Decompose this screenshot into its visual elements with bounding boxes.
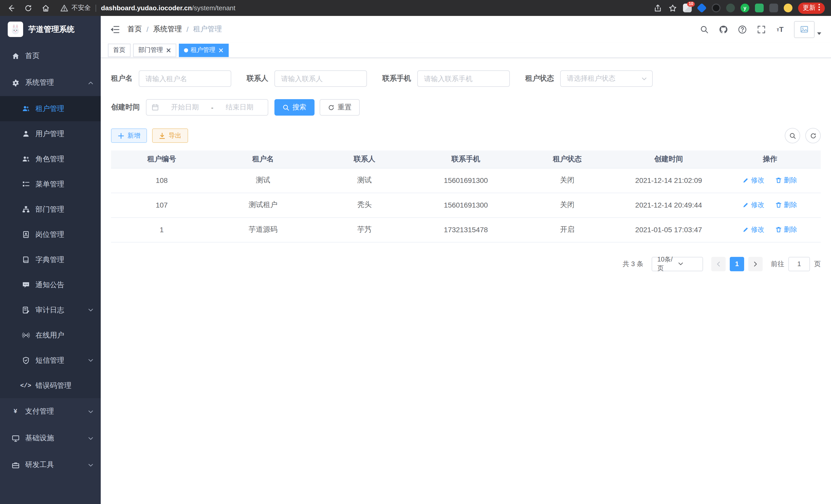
refresh-icon[interactable] <box>805 128 821 143</box>
add-button[interactable]: 新增 <box>111 128 147 143</box>
address-bar[interactable]: 不安全 dashboard.yudao.iocoder.cn/system/te… <box>58 3 653 12</box>
tab-dept[interactable]: 部门管理 <box>133 43 176 57</box>
prev-page-button[interactable] <box>711 257 726 271</box>
extension-puzzle-icon[interactable] <box>769 4 778 12</box>
sidebar-item-error-code[interactable]: </> 错误码管理 <box>0 373 101 398</box>
sidebar-item-user[interactable]: 用户管理 <box>0 121 101 146</box>
table-tool-icons <box>785 128 821 143</box>
breadcrumb-separator: / <box>187 25 189 33</box>
next-page-button[interactable] <box>748 257 763 271</box>
total-count: 共 3 条 <box>623 259 643 268</box>
kebab-menu-icon <box>818 4 820 12</box>
sidebar-item-dept[interactable]: 部门管理 <box>0 197 101 222</box>
breadcrumb-home[interactable]: 首页 <box>127 25 142 34</box>
header-actions: тT <box>699 21 822 38</box>
status-select[interactable]: 请选择租户状态 <box>560 70 653 87</box>
toolbox-icon <box>11 461 20 469</box>
sidebar-item-online-users[interactable]: 在线用户 <box>0 323 101 348</box>
delete-button[interactable]: 删除 <box>776 200 797 210</box>
cell-phone: 15601691300 <box>415 168 517 192</box>
browser-update-button[interactable]: 更新 <box>798 2 825 13</box>
sidebar-item-devtools[interactable]: 研发工具 <box>0 452 101 478</box>
sidebar-item-sms[interactable]: 短信管理 <box>0 348 101 373</box>
cell-status: 关闭 <box>516 168 618 192</box>
logo-image <box>8 22 23 37</box>
breadcrumb-system[interactable]: 系统管理 <box>153 25 182 34</box>
roles-icon <box>22 155 30 163</box>
export-button[interactable]: 导出 <box>152 128 188 143</box>
phone-input[interactable] <box>417 70 510 87</box>
sidebar-collapse-icon[interactable] <box>109 24 120 35</box>
delete-button[interactable]: 删除 <box>776 225 797 234</box>
audit-log-icon <box>22 306 30 314</box>
sidebar-item-post[interactable]: 岗位管理 <box>0 222 101 247</box>
cell-phone: 15601691300 <box>415 192 517 217</box>
edit-button[interactable]: 修改 <box>743 200 765 210</box>
tab-home[interactable]: 首页 <box>108 43 131 57</box>
reload-icon[interactable] <box>24 3 33 12</box>
help-icon[interactable] <box>737 24 747 34</box>
sidebar-item-notice[interactable]: 通知公告 <box>0 272 101 297</box>
sidebar-item-audit-log[interactable]: 审计日志 <box>0 297 101 323</box>
cell-contact: 秃头 <box>314 192 415 217</box>
code-icon: </> <box>22 382 30 390</box>
date-range-picker[interactable]: 开始日期 - 结束日期 <box>146 99 268 116</box>
close-icon[interactable] <box>218 47 224 53</box>
contact-input[interactable] <box>275 70 367 87</box>
close-icon[interactable] <box>166 47 171 53</box>
security-label: 不安全 <box>71 4 91 12</box>
search-icon[interactable] <box>699 24 709 34</box>
caret-down-icon <box>816 29 822 38</box>
github-icon[interactable] <box>718 24 728 34</box>
column-header-contact: 联系人 <box>314 151 415 168</box>
sidebar-item-menu[interactable]: 菜单管理 <box>0 172 101 197</box>
extension-icon[interactable] <box>726 4 735 12</box>
app-root: 不安全 dashboard.yudao.iocoder.cn/system/te… <box>0 0 831 504</box>
sidebar-item-system[interactable]: 系统管理 <box>0 69 101 96</box>
home-icon[interactable] <box>41 3 50 12</box>
bookmark-star-icon[interactable] <box>668 3 677 12</box>
back-icon[interactable] <box>6 3 16 12</box>
share-icon[interactable] <box>653 3 662 12</box>
extension-icon[interactable] <box>697 3 707 13</box>
tab-tenant[interactable]: 租户管理 <box>179 43 229 57</box>
table-row: 107 测试租户 秃头 15601691300 关闭 2021-12-14 20… <box>111 192 821 217</box>
delete-button[interactable]: 删除 <box>776 176 797 185</box>
extension-icon[interactable] <box>784 4 793 12</box>
system-submenu: 租户管理 用户管理 角色管理 菜单管理 <box>0 96 101 398</box>
goto-page-input[interactable] <box>789 257 810 271</box>
sidebar-item-tenant[interactable]: 租户管理 <box>0 96 101 121</box>
app-logo[interactable]: 芋道管理系统 <box>0 16 101 42</box>
sidebar-item-dict[interactable]: 字典管理 <box>0 247 101 272</box>
page-number-active[interactable]: 1 <box>730 257 744 271</box>
sidebar-item-role[interactable]: 角色管理 <box>0 146 101 172</box>
book-icon <box>22 256 30 264</box>
edit-button[interactable]: 修改 <box>743 225 765 234</box>
search-button[interactable]: 搜索 <box>275 99 315 116</box>
pagination: 共 3 条 10条/页 1 前往 页 <box>111 257 821 271</box>
user-icon <box>22 130 30 138</box>
url-text: dashboard.yudao.iocoder.cn/system/tenant <box>101 4 235 12</box>
sidebar-item-home[interactable]: 首页 <box>0 42 101 69</box>
filter-tenant-name: 租户名 <box>111 70 231 87</box>
extension-icon[interactable]: 10 <box>683 4 692 12</box>
reset-button[interactable]: 重置 <box>320 99 360 116</box>
page-content: 租户名 联系人 联系手机 租户状态 请选择租户状态 <box>101 58 831 504</box>
font-size-icon[interactable]: тT <box>775 24 785 34</box>
edit-button[interactable]: 修改 <box>743 176 765 185</box>
sidebar-item-payment[interactable]: ¥ 支付管理 <box>0 398 101 425</box>
extension-letter: y <box>743 5 746 11</box>
tenant-name-input[interactable] <box>139 70 231 87</box>
user-avatar-menu[interactable] <box>794 21 822 38</box>
fullscreen-icon[interactable] <box>756 24 766 34</box>
extension-icon[interactable]: y <box>741 4 749 12</box>
sidebar-item-infra[interactable]: 基础设施 <box>0 425 101 452</box>
extension-icon[interactable] <box>712 4 720 12</box>
toggle-search-icon[interactable] <box>785 128 800 143</box>
extension-icon[interactable] <box>755 4 764 12</box>
chevron-down-icon <box>87 462 93 468</box>
breadcrumb-separator: / <box>146 25 148 33</box>
page-size-select[interactable]: 10条/页 <box>652 257 703 271</box>
org-tree-icon <box>22 205 30 213</box>
filter-row-1: 租户名 联系人 联系手机 租户状态 请选择租户状态 <box>111 70 821 87</box>
